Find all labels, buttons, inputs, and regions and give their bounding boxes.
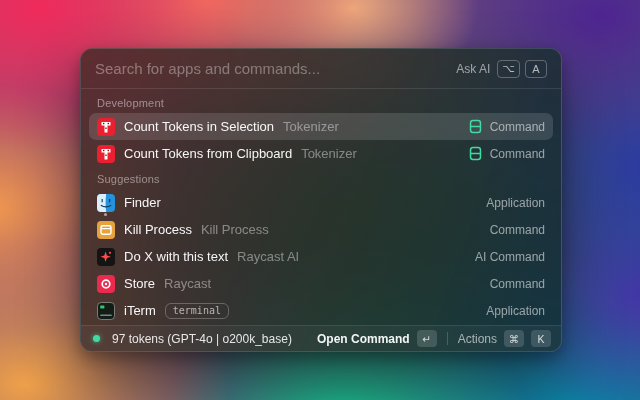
list-item-kill-process[interactable]: Kill Process Kill Process Command	[89, 216, 553, 243]
list-item-iterm[interactable]: iTerm terminal Application	[89, 297, 553, 324]
item-title: Kill Process	[124, 222, 192, 237]
running-indicator-dot	[104, 213, 107, 216]
item-type: Application	[486, 304, 545, 318]
list-item-finder[interactable]: Finder Application	[89, 189, 553, 216]
item-subtitle: Raycast	[164, 276, 211, 291]
item-title: iTerm	[124, 303, 156, 318]
kill-process-icon	[97, 221, 115, 239]
iterm-icon	[97, 302, 115, 320]
raycast-launcher-window: Ask AI ⌥ A Development Count Tokens in S…	[80, 48, 562, 352]
tokenizer-icon	[97, 145, 115, 163]
list-item-do-x-with-text[interactable]: Do X with this text Raycast AI AI Comman…	[89, 243, 553, 270]
item-type: Command	[490, 223, 545, 237]
list-item-count-tokens-clipboard[interactable]: Count Tokens from Clipboard Tokenizer Co…	[89, 140, 553, 167]
actions-button[interactable]: Actions	[458, 332, 497, 346]
tokenizer-icon	[97, 118, 115, 136]
item-type: Command	[490, 147, 545, 161]
item-type: Application	[486, 196, 545, 210]
raycast-ai-icon	[97, 248, 115, 266]
item-title: Finder	[124, 195, 161, 210]
command-icon	[468, 119, 483, 134]
item-subtitle: Tokenizer	[283, 119, 339, 134]
status-bar-divider	[447, 332, 448, 345]
token-count-status: 97 tokens (GPT-4o | o200k_base)	[112, 332, 292, 346]
item-type: Command	[490, 277, 545, 291]
results-list: Development Count Tokens in Selection To…	[81, 89, 561, 325]
option-keycap: ⌥	[497, 60, 520, 78]
status-dot	[93, 335, 100, 342]
section-header-development: Development	[89, 91, 553, 113]
item-subtitle: Tokenizer	[301, 146, 357, 161]
return-keycap: ↵	[417, 330, 437, 347]
item-subtitle: Kill Process	[201, 222, 269, 237]
item-title: Count Tokens from Clipboard	[124, 146, 292, 161]
item-type: Command	[490, 120, 545, 134]
cmd-keycap: ⌘	[504, 330, 524, 347]
item-title: Store	[124, 276, 155, 291]
a-keycap: A	[525, 60, 547, 78]
ask-ai-button[interactable]: Ask AI ⌥ A	[456, 60, 547, 78]
finder-icon	[97, 194, 115, 212]
search-bar: Ask AI ⌥ A	[81, 49, 561, 89]
ask-ai-label: Ask AI	[456, 62, 490, 76]
section-header-suggestions: Suggestions	[89, 167, 553, 189]
item-title: Do X with this text	[124, 249, 228, 264]
item-tag: terminal	[165, 303, 229, 319]
status-bar: 97 tokens (GPT-4o | o200k_base) Open Com…	[81, 325, 561, 351]
item-subtitle: Raycast AI	[237, 249, 299, 264]
search-input[interactable]	[95, 60, 448, 77]
list-item-count-tokens-selection[interactable]: Count Tokens in Selection Tokenizer Comm…	[89, 113, 553, 140]
k-keycap: K	[531, 330, 551, 347]
command-icon	[468, 146, 483, 161]
list-item-store[interactable]: Store Raycast Command	[89, 270, 553, 297]
open-command-button[interactable]: Open Command	[317, 332, 410, 346]
item-type: AI Command	[475, 250, 545, 264]
store-icon	[97, 275, 115, 293]
item-title: Count Tokens in Selection	[124, 119, 274, 134]
